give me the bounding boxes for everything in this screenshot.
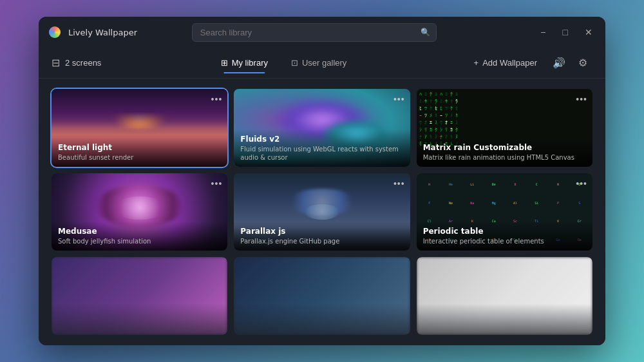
app-title: Lively Wallpaper bbox=[68, 28, 137, 37]
card-desc: Interactive periodic table of elements bbox=[423, 237, 586, 245]
card-title: Eternal light bbox=[58, 143, 221, 152]
gallery-icon: ⊡ bbox=[291, 58, 298, 68]
card-title: Parallax js bbox=[240, 227, 403, 236]
card-info: Matrix rain Customizable Matrix like rai… bbox=[417, 138, 592, 167]
library-label: My library bbox=[232, 58, 268, 68]
card-title: Matrix rain Customizable bbox=[423, 143, 586, 152]
card-fluids-v2[interactable]: Fluids v2 Fluid simulation using WebGL r… bbox=[234, 89, 410, 167]
card-title: Medusae bbox=[58, 227, 221, 236]
card-periodic-table[interactable]: H He Li Be B C N O F Ne Na Mg Al Si P S bbox=[417, 173, 592, 251]
card-desc: Soft body jellyfish simulation bbox=[58, 237, 221, 245]
gallery-label: User gallery bbox=[302, 58, 346, 68]
screens-button[interactable]: ⊟ 2 screens bbox=[52, 57, 101, 69]
add-wallpaper-button[interactable]: + Add Wallpaper bbox=[466, 54, 545, 71]
card-eternal-light[interactable]: Eternal light Beautiful sunset render ••… bbox=[52, 89, 227, 167]
card-thumb bbox=[52, 257, 227, 335]
settings-button[interactable]: ⚙ bbox=[573, 53, 592, 73]
maximize-button[interactable]: □ bbox=[560, 26, 571, 38]
card-menu-button[interactable]: ••• bbox=[576, 178, 587, 189]
add-label: Add Wallpaper bbox=[482, 58, 537, 68]
card-thumb bbox=[234, 257, 410, 335]
close-button[interactable]: ✕ bbox=[582, 26, 595, 38]
screens-label: 2 screens bbox=[65, 58, 101, 68]
card-menu-button[interactable]: ••• bbox=[393, 178, 405, 189]
card-matrix-rain[interactable]: ﾊﾐﾋｰｳｼﾅﾓ ﾆｻﾜﾂｵﾘｱﾎ ﾃﾏｹﾒｴｶｷﾑ ﾕﾗｾﾈｽﾀﾇﾉ ﾊﾐﾋｰ… bbox=[417, 89, 592, 167]
add-icon: + bbox=[474, 58, 479, 68]
tab-user-gallery[interactable]: ⊡ User gallery bbox=[281, 53, 357, 73]
card-desc: Parallax.js engine GitHub page bbox=[240, 237, 403, 245]
card-menu-button[interactable]: ••• bbox=[211, 94, 223, 104]
card-info: Parallax js Parallax.js engine GitHub pa… bbox=[234, 222, 410, 251]
toolbar: ⊟ 2 screens ⊞ My library ⊡ User gallery … bbox=[39, 48, 605, 79]
search-input[interactable] bbox=[192, 23, 437, 42]
card-desc: Matrix like rain animation using HTML5 C… bbox=[423, 153, 586, 162]
library-icon: ⊞ bbox=[221, 58, 228, 68]
card-row3-3[interactable] bbox=[417, 257, 592, 335]
card-row3-2[interactable] bbox=[234, 257, 410, 335]
nav-tabs: ⊞ My library ⊡ User gallery bbox=[211, 53, 357, 73]
card-menu-button[interactable]: ••• bbox=[393, 94, 405, 104]
card-thumb bbox=[417, 257, 592, 335]
tab-my-library[interactable]: ⊞ My library bbox=[211, 53, 278, 73]
title-bar: Lively Wallpaper 🔍 − □ ✕ bbox=[39, 17, 605, 48]
card-title: Periodic table bbox=[423, 227, 586, 236]
screens-icon: ⊟ bbox=[52, 57, 60, 69]
card-title: Fluids v2 bbox=[240, 135, 403, 144]
app-logo-icon bbox=[49, 26, 61, 38]
card-desc: Beautiful sunset render bbox=[58, 153, 221, 162]
minimize-button[interactable]: − bbox=[538, 26, 548, 38]
card-parallax-js[interactable]: Parallax js Parallax.js engine GitHub pa… bbox=[234, 173, 410, 251]
wallpaper-grid: Eternal light Beautiful sunset render ••… bbox=[39, 79, 605, 345]
toolbar-right: + Add Wallpaper 🔊 ⚙ bbox=[466, 53, 592, 73]
card-info: Periodic table Interactive periodic tabl… bbox=[417, 222, 592, 251]
card-medusae[interactable]: Medusae Soft body jellyfish simulation •… bbox=[52, 173, 227, 251]
search-bar: 🔍 bbox=[192, 23, 437, 42]
card-info: Fluids v2 Fluid simulation using WebGL r… bbox=[234, 129, 410, 167]
card-desc: Fluid simulation using WebGL reacts with… bbox=[240, 145, 403, 162]
card-info: Eternal light Beautiful sunset render bbox=[52, 138, 227, 167]
window-controls: − □ ✕ bbox=[538, 26, 595, 38]
card-row3-1[interactable] bbox=[52, 257, 227, 335]
app-window: Lively Wallpaper 🔍 − □ ✕ ⊟ 2 screens ⊞ M… bbox=[39, 17, 605, 345]
volume-button[interactable]: 🔊 bbox=[547, 53, 571, 73]
card-menu-button[interactable]: ••• bbox=[576, 94, 587, 104]
search-icon: 🔍 bbox=[421, 28, 430, 37]
card-info: Medusae Soft body jellyfish simulation bbox=[52, 222, 227, 251]
card-menu-button[interactable]: ••• bbox=[211, 178, 223, 189]
